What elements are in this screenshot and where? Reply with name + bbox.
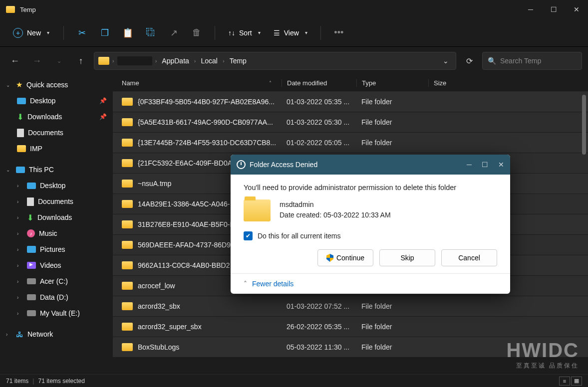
dialog-close-button[interactable]: ✕ (498, 161, 504, 169)
minimize-button[interactable]: ─ (519, 0, 542, 19)
chevron-down-icon: ▾ (305, 30, 307, 35)
sidebar-item[interactable]: › ⬇ Downloads (0, 209, 113, 225)
column-type[interactable]: Type (356, 79, 428, 87)
cut-icon[interactable]: ✂ (72, 23, 92, 43)
up-button[interactable]: ↑ (72, 52, 90, 70)
folder-icon (122, 241, 133, 249)
sidebar-quick-access[interactable]: ⌄ ★ Quick access (0, 77, 113, 93)
breadcrumb-item[interactable]: AppData (160, 56, 191, 66)
folder-icon (98, 57, 109, 65)
column-name[interactable]: Name ˄ (122, 79, 282, 87)
back-button[interactable]: ← (6, 52, 24, 70)
continue-button[interactable]: Continue (317, 249, 373, 266)
paste-icon[interactable]: 📋 (118, 23, 138, 43)
copy-icon[interactable]: ❐ (95, 23, 115, 43)
view-icon: ☰ (274, 29, 280, 37)
close-button[interactable]: ✕ (565, 0, 588, 19)
column-date[interactable]: Date modified (282, 79, 356, 87)
chevron-up-icon: ˄ (244, 280, 247, 288)
fewer-details-button[interactable]: ˄ Fewer details (231, 273, 510, 294)
refresh-button[interactable]: ⟳ (460, 52, 478, 70)
sort-button[interactable]: ↑↓ Sort ▾ (223, 26, 266, 40)
do-for-all-checkbox[interactable]: ✔ Do this for all current items (244, 231, 497, 240)
delete-icon[interactable]: 🗑 (187, 23, 207, 43)
chevron-right-icon: › (17, 311, 23, 316)
videos-icon (27, 262, 36, 269)
file-row[interactable]: acrord32_super_sbx 26-02-2022 05:35 ... … (113, 317, 588, 337)
share-icon[interactable]: ↗ (164, 23, 184, 43)
sidebar-item[interactable]: › Desktop (0, 178, 113, 194)
chevron-down-icon: ⌄ (6, 82, 12, 88)
sidebar-item-label: Music (39, 229, 57, 237)
sidebar-item-label: IMP (30, 145, 42, 153)
breadcrumb-item[interactable]: Temp (228, 56, 249, 66)
sidebar-item[interactable]: › My Vault (E:) (0, 305, 113, 321)
sidebar-item[interactable]: › Documents (0, 194, 113, 209)
new-button[interactable]: + New ▾ (7, 25, 55, 41)
file-date: 05-03-2022 11:30 ... (282, 343, 356, 351)
shield-icon (326, 254, 333, 262)
pictures-icon (27, 246, 36, 253)
sidebar-label: Network (27, 330, 53, 338)
pc-icon (16, 167, 25, 173)
maximize-button[interactable]: ☐ (542, 0, 565, 19)
cancel-button[interactable]: Cancel (441, 249, 497, 266)
folder-icon (122, 302, 133, 310)
recent-button[interactable]: ⌄ (50, 52, 68, 70)
more-icon[interactable]: ••• (329, 23, 349, 43)
view-button[interactable]: ☰ View ▾ (269, 26, 312, 40)
sidebar-item[interactable]: › ♪ Music (0, 225, 113, 241)
view-toggle: ≡ ▦ (559, 377, 582, 386)
sidebar-this-pc[interactable]: ⌄ This PC (0, 162, 113, 178)
chevron-right-icon: › (17, 247, 23, 252)
sidebar-item[interactable]: › Videos (0, 257, 113, 273)
chevron-right-icon: › (223, 58, 225, 64)
file-row[interactable]: {0F33BF49-5B05-44B0-927F-AB02E8A96... 01… (113, 92, 588, 112)
forward-button[interactable]: → (28, 52, 46, 70)
file-name: BoxStubLogs (138, 343, 282, 351)
file-row[interactable]: {5A5E431B-6617-49AC-990D-CB0977AA... 01-… (113, 112, 588, 133)
column-size[interactable]: Size (428, 79, 478, 87)
file-name: {0F33BF49-5B05-44B0-927F-AB02E8A96... (138, 98, 282, 106)
titlebar: Temp ─ ☐ ✕ (0, 0, 588, 19)
skip-button[interactable]: Skip (379, 249, 435, 266)
breadcrumb[interactable]: › › AppData › Local › Temp ⌄ (94, 52, 456, 70)
sidebar-item[interactable]: › Acer (C:) (0, 273, 113, 289)
file-row[interactable]: acrord32_sbx 01-03-2022 07:52 ... File f… (113, 296, 588, 317)
file-date: 01-03-2022 05:35 ... (282, 98, 356, 106)
folder-icon (122, 343, 133, 351)
file-row[interactable]: {13E7445B-724B-4F55-9310-DC63D7CB8... 01… (113, 133, 588, 153)
sidebar-item[interactable]: › Pictures (0, 241, 113, 257)
sidebar-item-label: Acer (C:) (40, 277, 68, 285)
file-date: 26-02-2022 05:35 ... (282, 323, 356, 331)
document-icon (27, 197, 34, 206)
scrollbar[interactable] (582, 95, 586, 155)
sidebar-item[interactable]: IMP (0, 141, 113, 157)
separator (63, 26, 64, 40)
rename-icon[interactable]: ⿻ (141, 23, 161, 43)
sidebar-item[interactable]: ⬇ Downloads 📌 (0, 109, 113, 125)
dialog-minimize-button[interactable]: ─ (467, 161, 472, 169)
file-name: {5A5E431B-6617-49AC-990D-CB0977AA... (138, 118, 282, 126)
folder-icon (122, 98, 133, 106)
file-row[interactable]: BoxStubLogs 05-03-2022 11:30 ... File fo… (113, 337, 588, 358)
redacted-segment (117, 56, 152, 65)
details-view-button[interactable]: ≡ (559, 377, 570, 386)
chevron-down-icon[interactable]: ⌄ (443, 57, 452, 65)
sidebar-item[interactable]: Documents (0, 125, 113, 141)
sidebar-item-label: Documents (38, 197, 73, 205)
star-icon: ★ (16, 80, 22, 89)
search-input[interactable]: 🔍 Search Temp (482, 52, 582, 70)
sidebar-item[interactable]: › Data (D:) (0, 289, 113, 305)
dialog-maximize-button[interactable]: ☐ (482, 161, 488, 169)
thumbnail-view-button[interactable]: ▦ (571, 377, 582, 386)
chevron-right-icon: › (17, 279, 23, 284)
sidebar-label: This PC (29, 166, 54, 174)
breadcrumb-item[interactable]: Local (199, 56, 220, 66)
sidebar-item-label: Desktop (30, 97, 55, 105)
sidebar-network[interactable]: › 🖧 Network (0, 326, 113, 342)
drive-icon (27, 278, 36, 284)
sidebar-item[interactable]: Desktop 📌 (0, 93, 113, 109)
sidebar-item-label: My Vault (E:) (40, 309, 80, 317)
sort-asc-icon: ˄ (269, 80, 272, 86)
